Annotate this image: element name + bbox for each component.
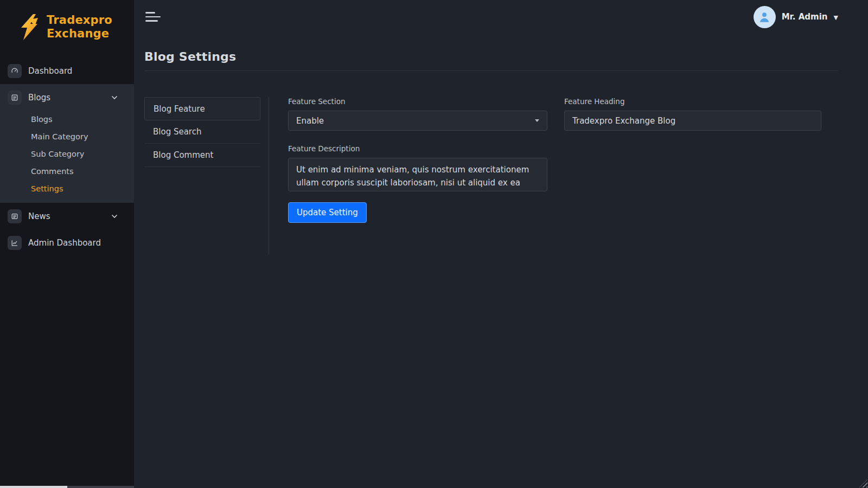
- sidebar-item-comments[interactable]: Comments: [0, 163, 134, 180]
- sidebar-item-admin-dashboard[interactable]: Admin Dashboard: [0, 229, 134, 256]
- topbar: Mr. Admin ▼: [144, 0, 838, 34]
- select-caret-icon: [535, 119, 539, 122]
- feature-section-select[interactable]: Enable: [288, 111, 547, 131]
- sidebar-item-news[interactable]: News: [0, 203, 134, 229]
- page-title: Blog Settings: [144, 50, 838, 63]
- avatar: [754, 6, 776, 28]
- sidebar-item-blogs[interactable]: Blogs: [0, 84, 134, 111]
- chevron-down-icon: [111, 214, 118, 219]
- blogs-submenu: Blogs Main Category Sub Category Comment…: [0, 111, 134, 197]
- sidebar-item-main-category[interactable]: Main Category: [0, 128, 134, 145]
- feature-section-label: Feature Section: [288, 97, 547, 106]
- user-menu[interactable]: Mr. Admin ▼: [754, 6, 838, 28]
- caret-down-icon: ▼: [834, 13, 838, 21]
- sidebar-item-label: Dashboard: [28, 66, 72, 76]
- sidebar-item-label: Blogs: [28, 93, 50, 102]
- sidebar-item-label: News: [28, 211, 50, 221]
- sidebar-item-settings[interactable]: Settings: [0, 180, 134, 197]
- feature-description-label: Feature Description: [288, 144, 547, 153]
- settings-tabs: Blog Feature Blog Search Blog Comment: [144, 97, 260, 254]
- tab-blog-comment[interactable]: Blog Comment: [144, 144, 260, 167]
- menu-toggle-button[interactable]: [144, 10, 162, 24]
- chart-line-icon: [8, 236, 22, 250]
- brand-logo: Tradexpro Exchange: [0, 0, 134, 57]
- sidebar-group-blogs: Blogs Blogs Main Category Sub Category C…: [0, 84, 134, 203]
- speedometer-icon: [8, 64, 22, 78]
- sidebar-item-blogs-list[interactable]: Blogs: [0, 111, 134, 128]
- blog-icon: [8, 91, 22, 105]
- content: Blog Feature Blog Search Blog Comment Fe…: [144, 97, 838, 254]
- tab-blog-search[interactable]: Blog Search: [144, 120, 260, 144]
- feature-heading-input[interactable]: [564, 111, 821, 131]
- scrollbar-thumb[interactable]: [0, 486, 67, 488]
- vertical-divider: [269, 97, 269, 254]
- user-name: Mr. Admin: [782, 12, 828, 22]
- sidebar-horizontal-scrollbar[interactable]: [0, 486, 134, 488]
- sidebar-item-dashboard[interactable]: Dashboard: [0, 57, 134, 84]
- update-setting-button[interactable]: Update Setting: [288, 202, 367, 223]
- chevron-down-icon: [111, 95, 118, 100]
- feature-heading-label: Feature Heading: [564, 97, 821, 106]
- blog-feature-form: Feature Section Enable Feature Heading F…: [288, 97, 838, 254]
- tab-blog-feature[interactable]: Blog Feature: [144, 97, 260, 120]
- feature-description-textarea[interactable]: Ut enim ad minima veniam, quis nostrum e…: [288, 158, 547, 191]
- title-divider: [144, 70, 838, 71]
- feature-section-value: Enable: [296, 116, 324, 126]
- brand-name: Tradexpro Exchange: [47, 14, 112, 41]
- sidebar: Tradexpro Exchange Dashboard Blogs Blogs: [0, 0, 134, 488]
- main-area: Mr. Admin ▼ Blog Settings Blog Feature B…: [134, 0, 868, 488]
- sidebar-nav: Dashboard Blogs Blogs Main Category Sub …: [0, 57, 134, 256]
- sidebar-item-sub-category[interactable]: Sub Category: [0, 145, 134, 163]
- lightning-bolt-icon: [16, 13, 41, 41]
- sidebar-item-label: Admin Dashboard: [28, 238, 101, 248]
- resize-grip[interactable]: [859, 479, 867, 487]
- news-icon: [8, 209, 22, 223]
